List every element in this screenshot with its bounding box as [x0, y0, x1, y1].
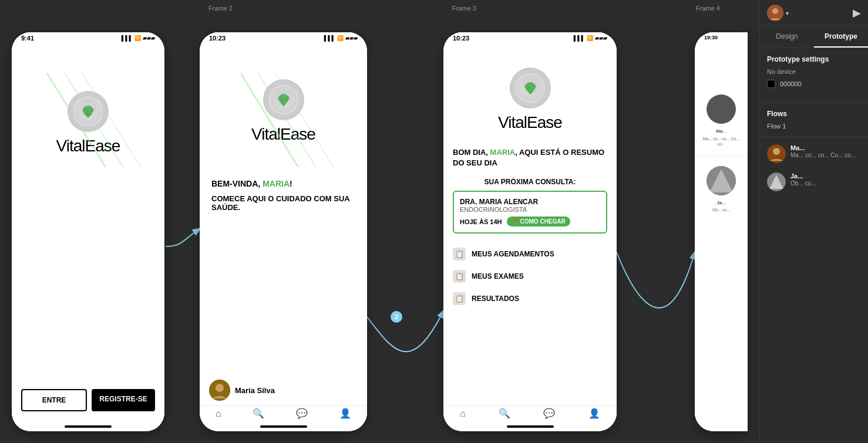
greeting-line1: BOM DIA,	[453, 148, 490, 157]
user-item-avatar-1	[767, 144, 786, 163]
user-item-2[interactable]: Ja... Ob... co...	[760, 168, 868, 196]
flow1-item[interactable]: Flow 1	[767, 123, 861, 130]
svg-text:+: +	[529, 84, 531, 90]
prototype-settings: No device 000000	[760, 68, 868, 100]
next-appt-label: SUA PRÓXIMA CONSULTA:	[453, 178, 607, 186]
greeting-name-3: MARIA	[490, 148, 516, 157]
status-time-4: 19:30	[704, 35, 718, 40]
home-indicator-3	[507, 425, 554, 428]
status-bar-3: 10:23 ▌▌▌ 🛜 ▰▰▰	[443, 32, 617, 44]
color-row[interactable]: 000000	[767, 80, 861, 88]
search-icon-3[interactable]: 🔍	[499, 408, 510, 419]
agendamentos-icon: 📋	[453, 248, 466, 261]
user-profile-row: Maria Silva	[200, 380, 367, 401]
bottom-bar-3: ⌂ 🔍 💬 👤	[443, 405, 617, 423]
welcome-content: BEM-VINDA, MARIA! COMECE AQUI O CUIDADO …	[200, 150, 367, 380]
chevron-down-icon: ▾	[786, 10, 789, 16]
home-icon-2[interactable]: ⌂	[216, 408, 221, 419]
color-swatch[interactable]	[767, 80, 775, 88]
user-avatar	[209, 380, 230, 401]
user-item-avatar-2	[767, 173, 786, 191]
status-bar-2: 10:23 ▌▌▌ 🛜 ▰▰▰	[200, 32, 367, 44]
doctor-name: DRA. MARIA ALENCAR	[460, 198, 600, 206]
user-item-info-1: Ma... Ma... co... co... Co... co...	[790, 144, 861, 159]
logo-icon-3: +	[516, 73, 545, 103]
panel-tabs: Design Prototype	[760, 26, 868, 48]
enter-button[interactable]: ENTRE	[21, 389, 87, 411]
frame4-content: Ma... Ma... co... co... Co... co...	[695, 90, 748, 151]
appointment-card[interactable]: DRA. MARIA ALENCAR ENDOCRINOLOGISTA HOJE…	[453, 191, 607, 234]
canvas: On drag 2 Frame 2 Frame 3 Frame 4 9:41 ▌…	[0, 0, 759, 443]
frame4-desc2: Ob... co...	[699, 208, 743, 212]
greeting-end: !	[290, 179, 292, 188]
status-time-1: 9:41	[21, 35, 34, 42]
svg-point-15	[216, 384, 224, 392]
signal-icon: ▌▌▌	[122, 35, 133, 41]
user-name: Maria Silva	[235, 386, 275, 395]
status-icons-2: ▌▌▌ 🛜 ▰▰▰	[324, 35, 358, 41]
home-indicator-2	[260, 425, 307, 428]
profile-icon-2[interactable]: 👤	[339, 408, 351, 419]
appt-time: HOJE ÀS 14H	[460, 218, 502, 225]
btn-row-1: ENTRE REGISTRE-SE	[12, 389, 164, 411]
user-item-desc-1: Ma... co... co... Co... co...	[790, 151, 861, 159]
home-icon-3[interactable]: ⌂	[460, 408, 466, 419]
frame2-label: Frame 2	[208, 5, 233, 12]
resultados-label: RESULTADOS	[472, 295, 519, 303]
flow1-name: Flow 1	[767, 123, 786, 130]
logo-area-3: + VitalEase	[443, 56, 617, 138]
dashboard-content: BOM DIA, MARIA, AQUI ESTÁ O RESUMO DO SE…	[443, 138, 617, 405]
play-icon[interactable]: ▶	[853, 6, 861, 19]
user-item-name-1: Ma...	[790, 144, 861, 151]
register-button[interactable]: REGISTRE-SE	[92, 389, 155, 411]
menu-resultados[interactable]: 📋 RESULTADOS	[453, 288, 607, 310]
frame4-desc1: Ma... co... co... Co... co...	[699, 136, 743, 147]
frame4-avatar2	[706, 166, 736, 195]
frame4-content2: Ja... Ob... co...	[695, 161, 748, 217]
frame3: 10:23 ▌▌▌ 🛜 ▰▰▰ + VitalE	[443, 32, 617, 431]
status-icons-1: ▌▌▌ 🛜 ▰▰▰	[122, 35, 155, 41]
logo-icon-2: +	[269, 85, 298, 114]
location-icon: 📍	[512, 218, 519, 225]
wifi-icon-3: 🛜	[587, 35, 593, 41]
panel-divider-2	[760, 137, 868, 137]
user-item-info-2: Ja... Ob... co...	[790, 173, 861, 187]
status-bar-4: 19:30	[695, 32, 748, 43]
frame4: 19:30 Ma... Ma... co... co... Co... co..…	[695, 32, 748, 431]
chat-icon-2[interactable]: 💬	[296, 408, 308, 419]
menu-exames[interactable]: 📋 MEUS EXAMES	[453, 265, 607, 288]
agendamentos-label: MEUS AGENDAMENTOS	[472, 250, 554, 258]
status-time-3: 10:23	[453, 35, 469, 42]
home-indicator-1	[65, 425, 112, 428]
chat-icon-3[interactable]: 💬	[543, 408, 555, 419]
how-to-get-label: COMO CHEGAR	[520, 218, 566, 225]
signal-icon-3: ▌▌▌	[574, 35, 585, 41]
battery-icon-3: ▰▰▰	[595, 35, 607, 41]
logo-icon-1: +	[73, 97, 103, 126]
user-item-1[interactable]: Ma... Ma... co... co... Co... co...	[760, 140, 868, 168]
resultados-icon: 📋	[453, 292, 466, 305]
frame3-label: Frame 3	[452, 5, 476, 12]
no-device-label: No device	[767, 68, 796, 75]
exames-label: MEUS EXAMES	[472, 272, 524, 280]
search-icon-2[interactable]: 🔍	[253, 408, 264, 419]
profile-icon-3[interactable]: 👤	[588, 408, 600, 419]
user-item-desc-2: Ob... co...	[790, 180, 861, 187]
tab-design[interactable]: Design	[760, 26, 814, 48]
wifi-icon-2: 🛜	[337, 35, 344, 41]
frame1: 9:41 ▌▌▌ 🛜 ▰▰▰	[12, 32, 164, 431]
welcome-greeting: BEM-VINDA, MARIA!	[211, 179, 355, 188]
prototype-settings-title: Prototype settings	[760, 48, 868, 68]
greeting-text: BEM-VINDA,	[211, 179, 263, 188]
dashboard-greeting: BOM DIA, MARIA, AQUI ESTÁ O RESUMO DO SE…	[453, 147, 607, 168]
tab-prototype[interactable]: Prototype	[814, 26, 868, 48]
logo-circle-2: +	[263, 79, 304, 120]
frame4-divider	[695, 156, 748, 157]
svg-point-23	[772, 8, 778, 14]
color-value: 000000	[780, 80, 802, 87]
flows-label: Flows	[767, 110, 861, 118]
user-avatar-container[interactable]: ▾	[767, 5, 789, 21]
svg-point-25	[773, 148, 780, 155]
menu-agendamentos[interactable]: 📋 MEUS AGENDAMENTOS	[453, 243, 607, 265]
how-to-get-button[interactable]: 📍 COMO CHEGAR	[507, 217, 570, 226]
